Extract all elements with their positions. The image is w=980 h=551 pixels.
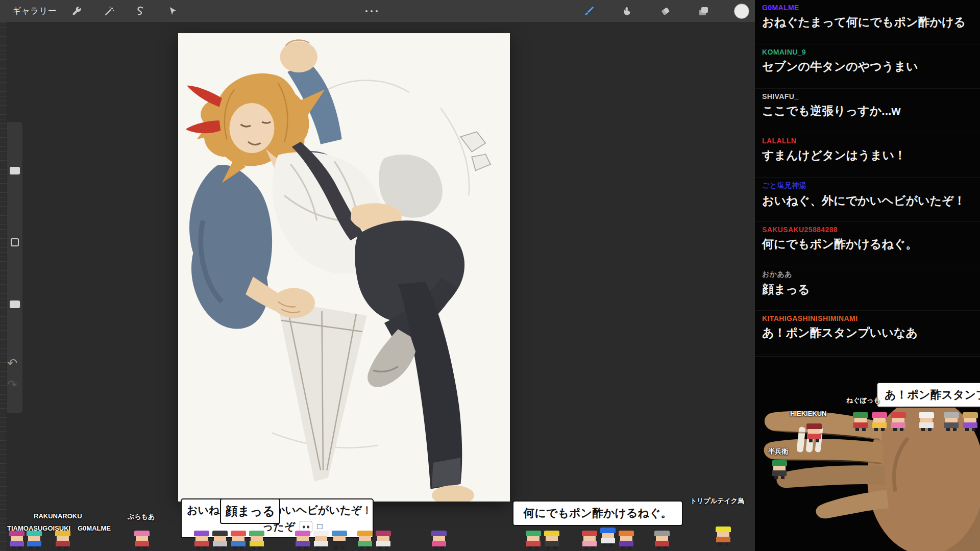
pixel-avatar bbox=[772, 460, 787, 479]
pixel-avatar bbox=[619, 531, 634, 549]
viewer-name: 半兵衛 bbox=[768, 447, 788, 456]
redo-button[interactable]: ↷ bbox=[7, 379, 17, 391]
pixel-avatar bbox=[9, 531, 24, 549]
chat-username: KITAHIGASHINISHIMINAMI bbox=[762, 314, 973, 322]
drawing-canvas[interactable] bbox=[178, 33, 510, 502]
gallery-button[interactable]: ギャラリー bbox=[12, 0, 57, 22]
pixel-avatar bbox=[295, 531, 310, 549]
viewer-name: ねぐぼっも bbox=[846, 396, 880, 405]
chat-username: KOMAINU_9 bbox=[762, 48, 973, 56]
pixel-avatar bbox=[806, 423, 822, 442]
adjustments-icon[interactable] bbox=[99, 0, 119, 22]
pixel-avatar bbox=[249, 531, 264, 549]
chat-message-list: G0MALME おねぐたまって何にでもポン酢かける KOMAINU_9 セブンの… bbox=[755, 0, 980, 356]
pixel-avatar bbox=[376, 531, 391, 549]
chat-message: KITAHIGASHINISHIMINAMI あ！ポン酢スタンプいいなあ bbox=[755, 311, 980, 355]
viewer-name: トリプルテイク鳥 bbox=[690, 496, 744, 506]
chat-text: ここでも逆張りっすか...w bbox=[762, 103, 973, 119]
pixel-avatar bbox=[600, 528, 616, 546]
pixel-avatar bbox=[891, 412, 906, 431]
pixel-avatar bbox=[919, 412, 934, 431]
viewer-name: HIEKIEKUN bbox=[790, 410, 827, 417]
viewer-name: RAKUNAROKU bbox=[34, 512, 82, 520]
chat-message: SHIVAFU_ ここでも逆張りっすか...w bbox=[755, 89, 980, 133]
viewer-name: G0MALME bbox=[78, 524, 111, 532]
chat-text: セブンの牛タンのやつうまい bbox=[762, 59, 973, 74]
chat-text: おいねぐ、外にでかいヘビがいたぞ！ bbox=[762, 193, 973, 209]
pixel-avatar bbox=[963, 412, 978, 431]
pixel-avatar bbox=[231, 531, 246, 549]
transform-icon[interactable] bbox=[163, 0, 183, 22]
chat-text: 何にでもポン酢かけるねぐ。 bbox=[762, 236, 973, 252]
chat-message: SAKUSAKU25884288 何にでもポン酢かけるねぐ。 bbox=[755, 222, 980, 266]
chat-username: SAKUSAKU25884288 bbox=[762, 226, 973, 234]
speech-bubble-right: あ！ポン酢スタンプ bbox=[876, 382, 980, 408]
brush-opacity-slider[interactable] bbox=[10, 300, 20, 308]
chat-username: SHIVAFU_ bbox=[762, 92, 973, 101]
pixel-avatar bbox=[27, 531, 42, 549]
pixel-avatar bbox=[357, 531, 373, 549]
modify-button[interactable] bbox=[11, 238, 19, 246]
artwork-sketch bbox=[178, 33, 510, 502]
selection-icon[interactable] bbox=[131, 0, 151, 22]
pixel-avatar bbox=[313, 531, 329, 549]
square-emote-icon: □ bbox=[317, 521, 322, 532]
chat-text: あ！ポン酢スタンプいいなあ bbox=[762, 325, 973, 341]
viewer-name: ぶらもあ bbox=[128, 512, 155, 521]
smudge-icon[interactable] bbox=[617, 0, 637, 22]
pixel-avatar bbox=[526, 531, 541, 549]
pixel-avatar bbox=[716, 527, 731, 545]
chat-overlay: G0MALME おねぐたまって何にでもポン酢かける KOMAINU_9 セブンの… bbox=[755, 0, 980, 551]
chat-text: すまんけどタンはうまい！ bbox=[762, 147, 973, 163]
chat-message: おかああ 顔まっる bbox=[755, 266, 980, 311]
pixel-avatar bbox=[654, 531, 670, 549]
chat-username: ごと塩兄神湯 bbox=[762, 181, 973, 190]
speech-bubble-center: 何にでもポン酢かけるねぐ。 bbox=[512, 500, 683, 526]
chat-message: ごと塩兄神湯 おいねぐ、外にでかいヘビがいたぞ！ bbox=[755, 178, 980, 222]
chat-popup-kaomaru: 顔まっる bbox=[220, 498, 280, 524]
brush-size-slider[interactable] bbox=[10, 167, 20, 174]
layers-icon[interactable] bbox=[693, 0, 714, 22]
brush-icon[interactable] bbox=[578, 0, 598, 22]
edge-ruler bbox=[0, 22, 7, 551]
pixel-avatar bbox=[544, 531, 559, 549]
chat-text: おねぐたまって何にでもポン酢かける bbox=[762, 14, 973, 30]
pixel-avatar bbox=[134, 531, 150, 549]
pixel-avatar bbox=[194, 531, 209, 549]
pixel-avatar bbox=[853, 412, 868, 431]
pixel-avatar bbox=[212, 531, 228, 549]
canvas-menu-dots[interactable] bbox=[365, 10, 378, 12]
wrench-icon[interactable] bbox=[67, 0, 87, 22]
color-swatch[interactable] bbox=[734, 4, 749, 19]
undo-button[interactable]: ↶ bbox=[7, 357, 17, 369]
chat-username: おかああ bbox=[762, 270, 973, 279]
chat-message: G0MALME おねぐたまって何にでもポン酢かける bbox=[755, 0, 980, 44]
pixel-avatar bbox=[332, 531, 347, 549]
chat-username: G0MALME bbox=[762, 4, 973, 12]
chat-message: KOMAINU_9 セブンの牛タンのやつうまい bbox=[755, 44, 980, 89]
pixel-avatar bbox=[944, 412, 959, 431]
eraser-icon[interactable] bbox=[655, 0, 676, 22]
chat-username: LALALLN bbox=[762, 137, 973, 145]
pixel-avatar bbox=[582, 531, 597, 549]
pixel-avatar bbox=[55, 531, 70, 549]
screen: ギャラリー ↶ ↷ bbox=[0, 0, 980, 551]
chat-message: LALALLN すまんけどタンはうまい！ bbox=[755, 133, 980, 178]
chat-text: 顔まっる bbox=[762, 282, 973, 297]
pixel-avatar bbox=[872, 412, 887, 431]
pixel-avatar bbox=[431, 531, 447, 549]
